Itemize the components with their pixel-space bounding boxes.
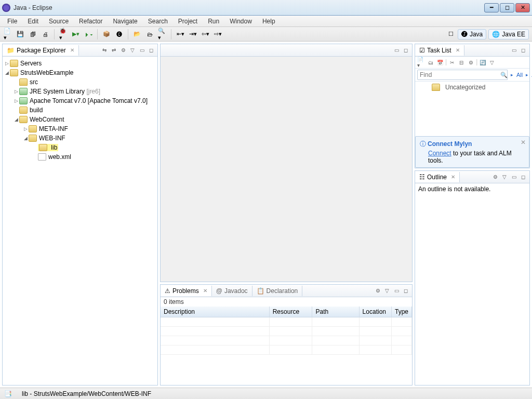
problems-minimize-button[interactable]: ▭	[392, 287, 401, 295]
tree-lib[interactable]: lib	[4, 143, 156, 152]
collapse-button[interactable]: ⊟	[457, 58, 466, 66]
forward-button[interactable]: ⇨▾	[213, 30, 222, 39]
nav-next-button[interactable]: ⇥▾	[188, 30, 197, 39]
view-menu-button[interactable]: ▽	[128, 46, 137, 55]
menu-file[interactable]: File	[3, 17, 21, 26]
close-icon[interactable]: ✕	[70, 47, 74, 53]
outline-minimize-button[interactable]: ▭	[510, 173, 518, 181]
cut-task-button[interactable]: ✂	[448, 58, 456, 66]
table-row[interactable]	[161, 317, 412, 327]
declaration-tab[interactable]: 📋Declaration	[252, 286, 303, 296]
problems-menu-button[interactable]: ▽	[383, 287, 391, 295]
task-all-link[interactable]: All	[516, 72, 523, 78]
nav-prev-button[interactable]: ⇤▾	[176, 30, 185, 39]
task-menu-button[interactable]: ▽	[488, 58, 496, 66]
col-location[interactable]: Location	[359, 307, 391, 317]
outline-menu-button[interactable]: ▽	[500, 173, 509, 181]
task-find-input[interactable]	[417, 70, 508, 80]
col-path[interactable]: Path	[312, 307, 359, 317]
tree-build[interactable]: build	[4, 105, 156, 115]
tree-webinf[interactable]: ◢WEB-INF	[4, 134, 156, 143]
close-icon[interactable]: ✕	[451, 174, 455, 180]
col-type[interactable]: Type	[391, 307, 411, 317]
perspective-java[interactable]: 🅙 Java	[458, 29, 486, 39]
outline-maximize-button[interactable]: ◻	[519, 173, 527, 181]
close-icon[interactable]: ✕	[203, 288, 207, 294]
open-perspective-button[interactable]: ☐	[446, 30, 456, 39]
save-all-button[interactable]: 🗐	[28, 30, 37, 39]
problems-maximize-button[interactable]: ◻	[402, 287, 410, 295]
window-maximize-button[interactable]: ◻	[500, 3, 514, 12]
minimize-view-button[interactable]: ▭	[138, 46, 146, 55]
task-maximize-button[interactable]: ◻	[519, 46, 527, 55]
window-minimize-button[interactable]: ━	[484, 3, 499, 12]
menu-navigate[interactable]: Navigate	[109, 17, 141, 26]
run-last-button[interactable]: ⏵▾	[84, 30, 93, 39]
menu-project[interactable]: Project	[174, 17, 202, 26]
outline-body: An outline is not available.	[415, 183, 529, 385]
tree-servers[interactable]: ▷Servers	[4, 59, 156, 68]
package-explorer-tab[interactable]: 📁 Package Explorer ✕	[3, 45, 79, 56]
tree-webxml[interactable]: web.xml	[4, 152, 156, 162]
mylyn-connect-link[interactable]: Connect	[428, 150, 451, 157]
col-description[interactable]: Description	[161, 307, 269, 317]
menu-help[interactable]: Help	[258, 17, 280, 26]
menu-window[interactable]: Window	[225, 17, 256, 26]
task-list-body[interactable]: Uncategorized	[415, 82, 529, 136]
tree-project[interactable]: ◢StrutsWebExample	[4, 68, 156, 77]
new-button[interactable]: 📄▾	[3, 30, 12, 39]
javadoc-icon: @	[216, 287, 222, 295]
javadoc-tab[interactable]: @Javadoc	[212, 286, 252, 296]
menu-source[interactable]: Source	[45, 17, 73, 26]
tree-uncategorized[interactable]: Uncategorized	[419, 84, 525, 91]
tree-src[interactable]: src	[4, 77, 156, 87]
sync-button[interactable]: 🔄	[478, 58, 487, 66]
problems-tab[interactable]: ⚠Problems✕	[161, 286, 212, 296]
back-button[interactable]: ⇦▾	[201, 30, 210, 39]
project-tree[interactable]: ▷Servers ◢StrutsWebExample src ▷JRE Syst…	[3, 57, 157, 385]
open-task-button[interactable]: 🗁	[145, 30, 154, 39]
table-row[interactable]	[161, 345, 412, 355]
problems-focus-button[interactable]: ⚙	[374, 287, 382, 295]
focus-task-button[interactable]: ⚙	[119, 46, 127, 55]
schedule-button[interactable]: 📅	[436, 58, 444, 66]
mylyn-close-icon[interactable]: ✕	[521, 139, 526, 146]
maximize-view-button[interactable]: ◻	[147, 46, 155, 55]
debug-button[interactable]: 🐞▾	[59, 30, 68, 39]
categorize-button[interactable]: 🗂	[427, 58, 435, 66]
run-button[interactable]: ▶▾	[71, 30, 81, 39]
perspective-javaee[interactable]: 🌐 Java EE	[488, 29, 529, 39]
menu-run[interactable]: Run	[204, 17, 223, 26]
table-row[interactable]	[161, 327, 412, 336]
outline-tab[interactable]: ☷Outline✕	[415, 172, 460, 182]
open-type-button[interactable]: 📂	[132, 30, 142, 39]
tree-webcontent[interactable]: ◢WebContent	[4, 115, 156, 124]
search-icon[interactable]: 🔍	[500, 72, 508, 78]
menu-search[interactable]: Search	[144, 17, 172, 26]
tree-jre[interactable]: ▷JRE System Library [jre6]	[4, 87, 156, 96]
window-close-button[interactable]: ✕	[515, 3, 530, 12]
task-minimize-button[interactable]: ▭	[510, 46, 518, 55]
outline-focus-button[interactable]: ⚙	[491, 173, 499, 181]
print-button[interactable]: 🖨	[41, 30, 50, 39]
close-icon[interactable]: ✕	[456, 47, 460, 53]
link-editor-button[interactable]: ⇄	[110, 46, 118, 55]
col-resource[interactable]: Resource	[269, 307, 312, 317]
status-icon[interactable]: 📑	[4, 390, 11, 397]
editor-maximize-button[interactable]: ◻	[402, 46, 410, 55]
new-package-button[interactable]: 📦	[102, 30, 111, 39]
save-button[interactable]: 💾	[16, 30, 25, 39]
problems-table[interactable]: Description Resource Path Location Type	[161, 307, 412, 355]
tree-tomcat[interactable]: ▷Apache Tomcat v7.0 [Apache Tomcat v7.0]	[4, 96, 156, 105]
collapse-all-button[interactable]: ⇆	[100, 46, 109, 55]
search-button[interactable]: 🔍▾	[157, 30, 167, 39]
menu-refactor[interactable]: Refactor	[75, 17, 107, 26]
tree-metainf[interactable]: ▷META-INF	[4, 124, 156, 134]
editor-minimize-button[interactable]: ▭	[392, 46, 401, 55]
focus-button[interactable]: ⚙	[467, 58, 475, 66]
task-list-tab[interactable]: ☑Task List✕	[415, 45, 464, 56]
menu-edit[interactable]: Edit	[23, 17, 43, 26]
new-class-button[interactable]: 🅒	[114, 30, 124, 39]
table-row[interactable]	[161, 336, 412, 345]
new-task-button[interactable]: 📄▾	[417, 58, 425, 66]
